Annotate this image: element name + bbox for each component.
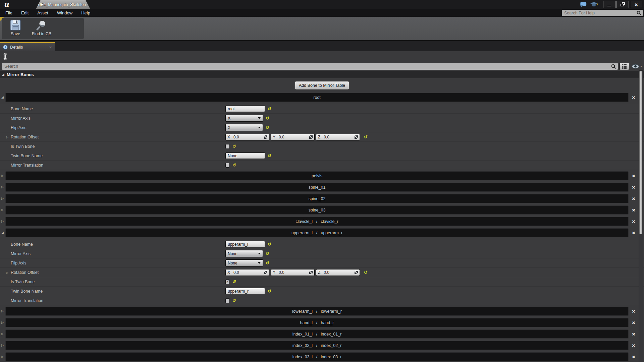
rotation-offset-z-spinbox[interactable]: Z0.0 xyxy=(316,134,360,140)
bone-name-input[interactable]: upperarm_l xyxy=(225,241,265,247)
scrollbar-thumb[interactable] xyxy=(639,71,642,234)
feedback-bubble-icon[interactable] xyxy=(580,2,587,7)
menu-file[interactable]: File xyxy=(0,10,17,15)
remove-bone-button[interactable]: × xyxy=(632,173,635,179)
reset-to-default-icon[interactable]: ↺ xyxy=(266,125,269,130)
expand-arrow-icon[interactable]: ▷ xyxy=(1,208,4,212)
remove-bone-button[interactable]: × xyxy=(632,354,635,360)
add-bone-to-mirror-table-button[interactable]: Add Bone to Mirror Table xyxy=(295,81,349,90)
reset-to-default-icon[interactable]: ↺ xyxy=(268,289,271,294)
bone-name-input[interactable]: root xyxy=(225,106,265,112)
mirror-axis-dropdown[interactable]: X xyxy=(225,115,263,122)
bone-title-bar[interactable]: index_02_l / index_02_r xyxy=(5,341,629,350)
find-in-content-browser-button[interactable]: Find in CB xyxy=(31,19,52,39)
minimize-button[interactable] xyxy=(603,1,615,8)
bone-title-bar[interactable]: spine_01 xyxy=(5,183,629,192)
menu-edit[interactable]: Edit xyxy=(17,10,33,15)
reset-to-default-icon[interactable]: ↺ xyxy=(268,153,271,158)
input-value: root xyxy=(228,107,235,111)
bone-title-bar[interactable]: index_03_l / index_03_r xyxy=(5,352,629,361)
remove-bone-button[interactable]: × xyxy=(632,343,635,348)
expand-arrow-icon[interactable]: ▷ xyxy=(6,271,8,274)
twin-bone-name-input[interactable]: None xyxy=(225,153,265,159)
search-icon xyxy=(637,11,641,15)
search-input[interactable]: Search xyxy=(2,63,618,70)
reset-to-default-icon[interactable]: ↺ xyxy=(268,106,271,111)
bone-title-bar[interactable]: hand_l / hand_r xyxy=(5,318,629,327)
remove-bone-button[interactable]: × xyxy=(632,331,635,337)
flip-axis-dropdown[interactable]: None xyxy=(225,259,263,266)
bone-title-bar[interactable]: clavicle_l / clavicle_r xyxy=(5,217,629,226)
bone-title-bar[interactable]: spine_02 xyxy=(5,194,629,203)
collapse-arrow-icon[interactable]: ◢ xyxy=(1,231,4,234)
twin-bone-name-input[interactable]: upperarm_r xyxy=(225,288,265,294)
asset-tab-close-icon[interactable]: × xyxy=(88,2,90,7)
reset-to-default-icon[interactable]: ↺ xyxy=(268,242,271,247)
menu-help[interactable]: Help xyxy=(77,10,95,15)
menu-asset[interactable]: Asset xyxy=(33,10,53,15)
bone-title-bar[interactable]: lowerarm_l / lowerarm_r xyxy=(5,307,629,316)
remove-bone-button[interactable]: × xyxy=(632,308,635,314)
reset-to-default-icon[interactable]: ↺ xyxy=(266,251,269,256)
mirror-translation-checkbox[interactable] xyxy=(225,298,230,303)
mirror-bones-section-header[interactable]: ◢ Mirror Bones xyxy=(0,71,644,78)
expand-arrow-icon[interactable]: ▷ xyxy=(1,332,4,336)
bone-title-bar[interactable]: index_01_l / index_01_r xyxy=(5,329,629,339)
rotation-offset-x-spinbox[interactable]: X0.0 xyxy=(225,269,269,276)
property-matrix-button[interactable] xyxy=(620,63,629,70)
remove-bone-button[interactable]: × xyxy=(632,184,635,190)
asset-tab[interactable]: UE4_Mannequin_Skeleton × xyxy=(36,0,90,9)
expand-arrow-icon[interactable]: ▷ xyxy=(1,355,4,358)
mirror-axis-dropdown[interactable]: None xyxy=(225,250,263,257)
reset-to-default-icon[interactable]: ↺ xyxy=(266,116,269,121)
expand-arrow-icon[interactable]: ▷ xyxy=(1,185,4,189)
rotation-offset-z-spinbox[interactable]: Z0.0 xyxy=(316,269,360,276)
maximize-button[interactable] xyxy=(616,1,629,8)
bone-row: ◢root× xyxy=(0,93,644,103)
tutorial-cap-icon[interactable] xyxy=(590,1,598,7)
bone-title-bar[interactable]: root xyxy=(5,93,629,102)
remove-bone-button[interactable]: × xyxy=(632,320,635,325)
expand-arrow-icon[interactable]: ▷ xyxy=(1,174,4,177)
rotation-offset-x-spinbox[interactable]: X0.0 xyxy=(225,134,269,140)
collapse-arrow-icon[interactable]: ◢ xyxy=(1,96,4,99)
expand-arrow-icon[interactable]: ▷ xyxy=(1,321,4,324)
bone-title-bar[interactable]: pelvis xyxy=(5,171,629,180)
property-value: None↺ xyxy=(225,250,269,257)
reset-to-default-icon[interactable]: ↺ xyxy=(232,144,236,149)
bone-title-bar[interactable]: upperarm_l / upperarm_r xyxy=(5,228,629,237)
remove-bone-button[interactable]: × xyxy=(632,207,635,213)
help-search-input[interactable]: Search For Help xyxy=(562,10,643,16)
menu-window[interactable]: Window xyxy=(53,10,77,15)
expand-arrow-icon[interactable]: ▷ xyxy=(1,344,4,347)
close-window-button[interactable]: × xyxy=(630,1,642,8)
remove-bone-button[interactable]: × xyxy=(632,219,635,224)
expand-arrow-icon[interactable]: ▷ xyxy=(1,220,4,223)
save-button[interactable]: Save xyxy=(5,19,26,39)
is-twin-bone-checkbox[interactable] xyxy=(225,144,230,149)
rotation-offset-y-spinbox[interactable]: Y0.0 xyxy=(271,269,315,276)
expand-arrow-icon[interactable]: ▷ xyxy=(1,309,4,313)
chevron-down-icon xyxy=(258,127,261,128)
remove-bone-button[interactable]: × xyxy=(632,95,635,100)
is-twin-bone-checkbox[interactable]: ✓ xyxy=(225,280,230,284)
remove-bone-button[interactable]: × xyxy=(632,230,635,236)
reset-to-default-icon[interactable]: ↺ xyxy=(232,163,236,168)
reset-to-default-icon[interactable]: ↺ xyxy=(232,279,236,284)
bone-title-bar[interactable]: spine_03 xyxy=(5,205,629,215)
rotation-offset-y-spinbox[interactable]: Y0.0 xyxy=(271,134,315,140)
display-filter-button[interactable]: ▾ xyxy=(631,64,643,69)
remove-bone-button[interactable]: × xyxy=(632,196,635,201)
reset-to-default-icon[interactable]: ↺ xyxy=(364,270,368,275)
expand-arrow-icon[interactable]: ▷ xyxy=(1,197,4,200)
reset-to-default-icon[interactable]: ↺ xyxy=(364,134,368,139)
flip-axis-dropdown[interactable]: X xyxy=(225,124,263,131)
details-tab-close-icon[interactable]: × xyxy=(49,45,52,50)
mirror-translation-checkbox[interactable] xyxy=(225,163,230,168)
expand-arrow-icon[interactable]: ▷ xyxy=(6,136,8,139)
vertical-scrollbar[interactable] xyxy=(639,70,643,362)
reset-to-default-icon[interactable]: ↺ xyxy=(266,260,269,265)
reset-to-default-icon[interactable]: ↺ xyxy=(232,298,236,303)
tab-details[interactable]: i Details × xyxy=(0,42,55,51)
property-row-bone-name: Bone Nameupperarm_l↺ xyxy=(0,240,644,249)
